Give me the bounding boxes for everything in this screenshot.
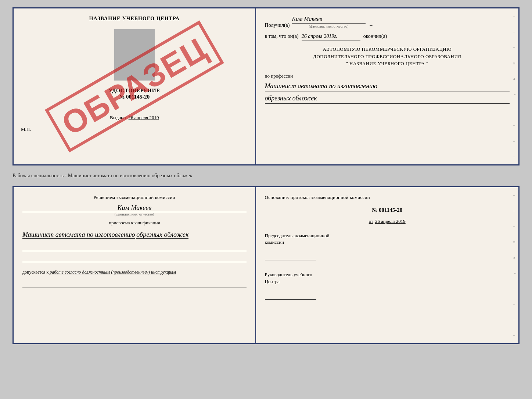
certificate-bottom: Решением экзаменационной комиссии Ким Ма…: [12, 186, 520, 344]
school-name-top: НАЗВАНИЕ УЧЕБНОГО ЦЕНТРА: [89, 16, 180, 22]
protocol-num: № 001145-20: [265, 207, 510, 213]
kval-line1: Машинист автомата по изготовлению: [22, 231, 135, 239]
vydano-line: Выдано 26 апреля 2019: [110, 115, 159, 121]
fio-hint-top: (фамилия, имя, отчество): [292, 24, 366, 28]
fio-hint-bottom: (фамилия, имя, отчество): [22, 212, 247, 216]
org-line1: АВТОНОМНУЮ НЕКОММЕРЧЕСКУЮ ОРГАНИЗАЦИЮ: [265, 46, 510, 53]
osnovanie-text: Основание: протокол экзаменационной коми…: [265, 195, 510, 200]
ot-label: от: [369, 218, 373, 224]
bottom-blank-line: [22, 281, 247, 288]
vydano-label: Выдано: [110, 115, 126, 120]
dopuskaetsya-text: допускается к работе согласно должностны…: [22, 269, 247, 275]
predsedatel-line2: комиссии: [265, 239, 510, 246]
cert-left: НАЗВАНИЕ УЧЕБНОГО ЦЕНТРА УДОСТОВЕРЕНИЕ №…: [14, 8, 256, 164]
vtom-label: в том, что он(а): [265, 33, 299, 39]
udostoverenie-title: УДОСТОВЕРЕНИЕ: [109, 88, 160, 94]
dopuskaetsya-work: работе согласно должностным (производств…: [50, 270, 176, 275]
poluchil-label: Получил(а): [265, 22, 290, 28]
photo-placeholder: [114, 29, 155, 81]
between-label: Рабочая специальность - Машинист автомат…: [12, 171, 192, 180]
okonchil-label: окончил(а): [363, 33, 387, 39]
ot-date: от 26 апреля 2019: [265, 218, 510, 224]
vtom-date: 26 апреля 2019г.: [302, 33, 360, 40]
document-container: НАЗВАНИЕ УЧЕБНОГО ЦЕНТРА УДОСТОВЕРЕНИЕ №…: [12, 7, 520, 344]
org-line3: " НАЗВАНИЕ УЧЕБНОГО ЦЕНТРА ": [265, 60, 510, 67]
profession-line2: обрезных обложек: [265, 93, 510, 104]
reshenie-text: Решением экзаменационной комиссии: [22, 195, 247, 200]
bottom-right: Основание: протокол экзаменационной коми…: [256, 187, 518, 343]
rukovoditel-block: Руководитель учебного Центра: [265, 271, 510, 299]
poluchil-name: Ким Макеев: [292, 16, 366, 24]
poluchil-line: Получил(а) Ким Макеев (фамилия, имя, отч…: [265, 16, 510, 28]
blank-line-1: [22, 244, 247, 251]
dopuskaetsya-prefix: допускается к: [22, 270, 48, 275]
mp-line: М.П.: [21, 127, 31, 132]
komissia-name: Ким Макеев: [22, 204, 247, 212]
prisvoena-text: присвоена квалификация: [22, 220, 247, 226]
bottom-left: Решением экзаменационной комиссии Ким Ма…: [14, 187, 256, 343]
kval-block: Машинист автомата по изготовлению обрезн…: [22, 229, 247, 240]
po-professii-label: по профессии: [265, 72, 510, 80]
ot-date-value: 26 апреля 2019: [375, 218, 406, 224]
right-dashes: – – – и а ← – – – –: [513, 8, 517, 164]
udostoverenie-block: УДОСТОВЕРЕНИЕ № 001145-20: [109, 88, 160, 100]
rukovoditel-line1: Руководитель учебного: [265, 271, 510, 278]
right-dashes-bottom: – – – и а ← – – – –: [513, 187, 517, 343]
org-line2: ДОПОЛНИТЕЛЬНОГО ПРОФЕССИОНАЛЬНОГО ОБРАЗО…: [265, 53, 510, 60]
predsedatel-block: Председатель экзаменационной комиссии: [265, 232, 510, 260]
certificate-top: НАЗВАНИЕ УЧЕБНОГО ЦЕНТРА УДОСТОВЕРЕНИЕ №…: [12, 7, 520, 165]
rukovoditel-sign-line: [265, 292, 316, 300]
vydano-date: 26 апреля 2019: [129, 115, 159, 120]
cert-right: Получил(а) Ким Макеев (фамилия, имя, отч…: [256, 8, 518, 164]
blank-line-2: [22, 255, 247, 262]
po-professii-block: по профессии Машинист автомата по изгото…: [265, 72, 510, 104]
predsedatel-line1: Председатель экзаменационной: [265, 232, 510, 239]
predsedatel-sign-line: [265, 253, 316, 260]
vtom-line: в том, что он(а) 26 апреля 2019г. окончи…: [265, 33, 510, 40]
kval-line2: обрезных обложек: [136, 231, 188, 239]
profession-line1: Машинист автомата по изготовлению: [265, 81, 510, 92]
rukovoditel-line2: Центра: [265, 278, 510, 285]
udostoverenie-num: № 001145-20: [109, 94, 160, 100]
org-block: АВТОНОМНУЮ НЕКОММЕРЧЕСКУЮ ОРГАНИЗАЦИЮ ДО…: [265, 46, 510, 67]
